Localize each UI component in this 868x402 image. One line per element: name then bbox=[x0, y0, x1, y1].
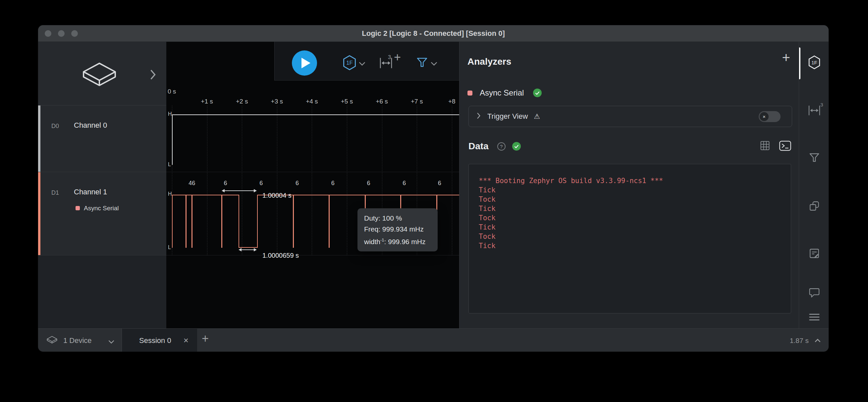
device-logo-icon bbox=[80, 61, 119, 90]
close-session-icon[interactable]: × bbox=[184, 335, 188, 346]
trigger-panel-button[interactable] bbox=[809, 152, 820, 165]
waveform-area[interactable]: 1F 3 + bbox=[166, 42, 459, 328]
measurement-annotation-top: 1.00004 s bbox=[262, 192, 291, 199]
device-count-label: 1 Device bbox=[63, 336, 92, 345]
analyzers-panel: Analyzers + Async Serial Trigger View ⚠ … bbox=[459, 42, 799, 328]
trigger-view-row[interactable]: Trigger View ⚠ × bbox=[468, 106, 792, 127]
measurements-count-badge: 3 bbox=[820, 102, 823, 108]
toggle-off-knob: × bbox=[760, 112, 769, 121]
terminal-line: Tick bbox=[479, 223, 781, 232]
extensions-panel-button[interactable] bbox=[809, 200, 820, 213]
channel-name: Channel 0 bbox=[74, 121, 107, 130]
analyzers-title: Analyzers bbox=[467, 56, 511, 67]
channel-id: D0 bbox=[51, 123, 59, 130]
analyzer-name: Async Serial bbox=[480, 88, 524, 97]
feedback-panel-button[interactable] bbox=[809, 288, 820, 299]
channel1-accent bbox=[38, 172, 40, 255]
chevron-up-icon bbox=[815, 339, 820, 343]
titlebar[interactable]: Logic 2 [Logic 8 - Connected] [Session 0… bbox=[38, 25, 829, 42]
data-section-header: Data ? bbox=[468, 140, 791, 153]
terminal-view-button[interactable] bbox=[779, 141, 791, 152]
add-session-button[interactable]: + bbox=[202, 332, 209, 346]
tooltip-duty: Duty: 100 % bbox=[364, 212, 431, 224]
radix-label: 1F bbox=[811, 60, 817, 65]
terminal-output[interactable]: *** Booting Zephyr OS build v3.3.99-ncs1… bbox=[468, 164, 791, 313]
gridline bbox=[242, 106, 242, 255]
device-selector[interactable]: 1 Device bbox=[38, 329, 122, 352]
terminal-icon bbox=[779, 141, 791, 151]
channel-row-1[interactable]: D1 Channel 1 Async Serial bbox=[38, 172, 166, 255]
analyzer-color-dot bbox=[75, 206, 80, 210]
hamburger-menu-icon bbox=[809, 313, 820, 321]
terminal-line: Tock bbox=[479, 195, 781, 204]
capture-duration: 1.87 s bbox=[790, 337, 809, 345]
chevron-down-icon bbox=[108, 339, 114, 345]
annotations-panel-button[interactable] bbox=[809, 248, 820, 260]
measure-arrow-top-head-left bbox=[222, 189, 225, 192]
measure-label: 6 bbox=[224, 180, 227, 187]
gridline bbox=[452, 106, 452, 255]
app-window: Logic 2 [Logic 8 - Connected] [Session 0… bbox=[38, 25, 829, 352]
add-analyzer-button[interactable]: + bbox=[782, 50, 790, 66]
measurement-tooltip: Duty: 100 % Freq: 999.934 mHz width-1: 9… bbox=[358, 208, 438, 251]
ch1-edge bbox=[172, 195, 173, 248]
ch1-low-marker: L bbox=[168, 245, 171, 251]
measure-arrow-bottom-head-left bbox=[239, 248, 242, 251]
right-toolbar: 1F 3 bbox=[799, 42, 829, 328]
channels-sidebar: D0 Channel 0 D1 Channel 1 Async Serial bbox=[38, 42, 166, 328]
measure-label: 6 bbox=[259, 180, 263, 187]
close-window-button[interactable] bbox=[45, 30, 51, 37]
measure-label: 46 bbox=[188, 180, 195, 187]
terminal-line: Tock bbox=[479, 213, 781, 223]
measurement-annotation-bottom: 1.0000659 s bbox=[262, 252, 299, 259]
active-panel-indicator bbox=[799, 48, 800, 79]
funnel-icon bbox=[809, 152, 820, 163]
tooltip-width: width-1: 999.96 mHz bbox=[364, 234, 431, 247]
window-title: Logic 2 [Logic 8 - Connected] [Session 0… bbox=[362, 29, 505, 38]
channel-row-0[interactable]: D0 Channel 0 bbox=[38, 106, 166, 172]
gridline bbox=[312, 106, 312, 255]
ch0-edge bbox=[172, 114, 173, 165]
analyzer-ok-check-icon bbox=[533, 89, 542, 97]
extensions-icon bbox=[809, 200, 820, 211]
row-separator bbox=[166, 172, 459, 172]
bottom-bar: 1 Device Session 0 × + 1.87 s bbox=[38, 328, 829, 352]
measurements-panel-button[interactable]: 3 bbox=[808, 105, 820, 117]
data-title: Data bbox=[468, 141, 489, 151]
ch0-low-marker: L bbox=[168, 162, 171, 168]
sidebar-empty-area bbox=[38, 255, 166, 328]
analyzer-color-dot bbox=[467, 90, 472, 95]
table-view-button[interactable] bbox=[760, 141, 770, 152]
ch1-pulse bbox=[329, 195, 330, 248]
chevron-right-icon[interactable] bbox=[477, 112, 481, 120]
trigger-view-toggle[interactable]: × bbox=[759, 111, 780, 122]
ch1-pulse bbox=[293, 195, 294, 248]
device-panel[interactable] bbox=[38, 42, 166, 106]
analyzer-item-async-serial[interactable]: Async Serial bbox=[467, 86, 789, 100]
grid-icon bbox=[760, 141, 770, 151]
traffic-lights bbox=[45, 30, 78, 37]
capture-duration-control[interactable]: 1.87 s bbox=[790, 329, 820, 352]
minimize-window-button[interactable] bbox=[58, 30, 65, 37]
gridline bbox=[277, 106, 277, 255]
wave-overlay[interactable]: 466666666 bbox=[166, 42, 459, 328]
expand-device-panel-button[interactable] bbox=[150, 69, 156, 82]
terminal-line: *** Booting Zephyr OS build v3.3.99-ncs1… bbox=[479, 176, 781, 185]
channel-id: D1 bbox=[51, 190, 59, 196]
ch1-edge bbox=[257, 195, 258, 248]
measure-label: 6 bbox=[367, 180, 370, 187]
ch1-pulse bbox=[191, 195, 192, 248]
tooltip-freq: Freq: 999.934 mHz bbox=[364, 224, 431, 234]
row-separator bbox=[166, 255, 459, 255]
ch1-high-marker: H bbox=[168, 191, 172, 197]
radix-panel-button[interactable]: 1F bbox=[808, 55, 821, 71]
main-menu-button[interactable] bbox=[809, 313, 820, 323]
zoom-window-button[interactable] bbox=[71, 30, 78, 37]
device-icon bbox=[46, 336, 58, 345]
help-icon[interactable]: ? bbox=[497, 142, 505, 151]
measure-arrow-bottom-head-right bbox=[254, 248, 257, 251]
terminal-line: Tick bbox=[479, 185, 781, 195]
ch1-high-line bbox=[172, 195, 239, 195]
session-tab[interactable]: Session 0 × bbox=[122, 329, 197, 352]
measure-label: 6 bbox=[438, 180, 441, 187]
